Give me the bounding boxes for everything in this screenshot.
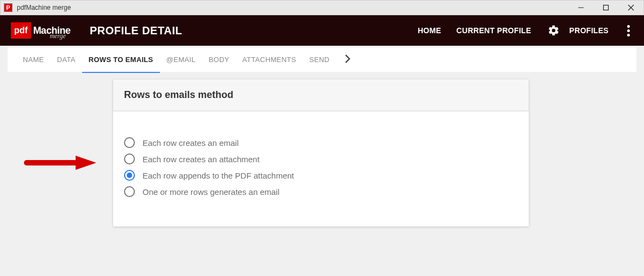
window-titlebar: P pdfMachine merge	[0, 0, 644, 15]
tab-data[interactable]: DATA	[51, 47, 82, 73]
red-arrow-icon	[23, 155, 97, 173]
rows-to-emails-card: Rows to emails method Each row creates a…	[113, 79, 529, 226]
nav-current-profile[interactable]: CURRENT PROFILE	[456, 26, 531, 35]
radio-icon	[124, 154, 135, 164]
radio-one-or-more-rows[interactable]: One or more rows generates an email	[124, 185, 518, 198]
radio-label: Each row creates an email	[143, 138, 239, 148]
kebab-menu-icon[interactable]	[624, 22, 633, 40]
page-title: PROFILE DETAIL	[90, 24, 182, 37]
app-icon: P	[4, 3, 13, 12]
tab-at-email[interactable]: @EMAIL	[160, 47, 202, 73]
radio-label: Each row appends to the PDF attachment	[143, 171, 294, 180]
tab-send[interactable]: SEND	[302, 47, 336, 73]
nav-profiles[interactable]: PROFILES	[569, 26, 609, 35]
radio-each-row-appends-pdf[interactable]: Each row appends to the PDF attachment	[124, 169, 518, 182]
radio-label: Each row creates an attachment	[143, 155, 259, 164]
annotation-arrow-column	[8, 79, 113, 173]
radio-each-row-attachment[interactable]: Each row creates an attachment	[124, 152, 518, 165]
window-controls	[568, 0, 643, 15]
tab-attachments[interactable]: ATTACHMENTS	[236, 47, 303, 73]
app-logo: pdf Machine merge	[11, 22, 86, 39]
tab-name[interactable]: NAME	[16, 47, 51, 73]
gear-icon[interactable]	[548, 24, 560, 36]
nav-home[interactable]: HOME	[418, 26, 441, 35]
app-header: pdf Machine merge PROFILE DETAIL HOME CU…	[0, 15, 644, 46]
window-title: pdfMachine merge	[17, 4, 568, 11]
tab-rows-to-emails[interactable]: ROWS TO EMAILS	[82, 47, 160, 73]
tab-strip: NAME DATA ROWS TO EMAILS @EMAIL BODY ATT…	[8, 46, 636, 72]
card-title: Rows to emails method	[113, 79, 529, 111]
svg-marker-5	[76, 156, 96, 170]
logo-pdf: pdf	[11, 22, 31, 39]
radio-icon	[124, 137, 135, 148]
card-row: Rows to emails method Each row creates a…	[0, 79, 644, 226]
tab-body[interactable]: BODY	[202, 47, 236, 73]
logo-merge: merge	[49, 32, 66, 40]
radio-icon	[124, 186, 135, 197]
radio-label: One or more rows generates an email	[143, 187, 280, 197]
close-button[interactable]	[618, 0, 643, 15]
maximize-button[interactable]	[593, 0, 618, 15]
chevron-right-icon[interactable]	[345, 54, 350, 65]
svg-rect-1	[604, 5, 609, 10]
radio-each-row-email[interactable]: Each row creates an email	[124, 136, 518, 149]
minimize-button[interactable]	[568, 0, 593, 15]
content-area: NAME DATA ROWS TO EMAILS @EMAIL BODY ATT…	[0, 46, 644, 226]
radio-icon	[124, 170, 135, 181]
card-body: Each row creates an email Each row creat…	[113, 111, 529, 226]
